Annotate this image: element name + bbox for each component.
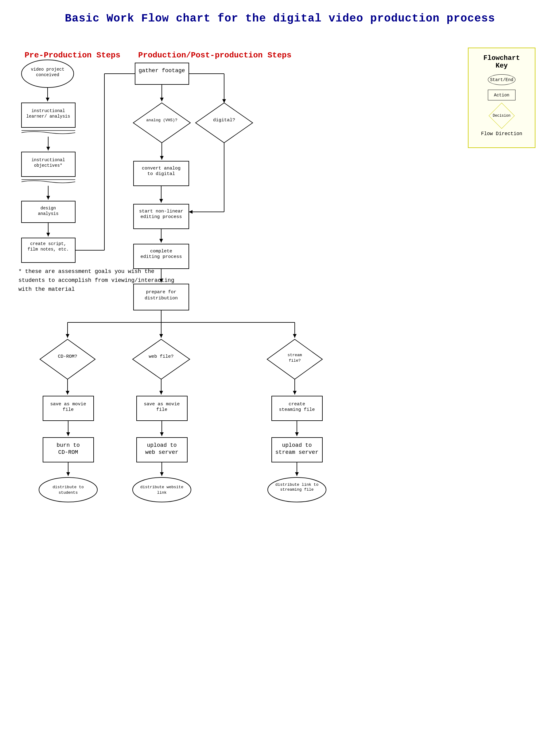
svg-text:instructional: instructional — [31, 108, 65, 113]
svg-text:editing process: editing process — [140, 254, 182, 259]
svg-marker-32 — [133, 103, 190, 143]
svg-point-116 — [133, 477, 191, 502]
flowchart-svg: video project conceived instructional le… — [0, 40, 560, 731]
svg-marker-67 — [159, 334, 163, 338]
svg-text:burn to: burn to — [56, 442, 80, 448]
svg-text:conceived: conceived — [36, 72, 59, 77]
svg-text:save as movie: save as movie — [50, 402, 86, 407]
svg-marker-38 — [222, 99, 226, 103]
page: Basic Work Flow chart for the digital vi… — [0, 0, 560, 732]
svg-text:objectives*: objectives* — [34, 163, 62, 168]
svg-text:digital?: digital? — [213, 118, 235, 123]
svg-text:distribution: distribution — [145, 296, 178, 301]
svg-text:stream server: stream server — [275, 449, 318, 455]
svg-marker-80 — [159, 391, 163, 395]
svg-text:design: design — [41, 206, 56, 211]
svg-text:distribute website: distribute website — [140, 485, 183, 489]
svg-marker-16 — [46, 196, 50, 200]
svg-text:distribute to: distribute to — [53, 485, 84, 489]
svg-marker-78 — [66, 391, 69, 395]
svg-text:analog (VHS)?: analog (VHS)? — [146, 118, 177, 123]
svg-text:save as movie: save as movie — [144, 402, 180, 407]
svg-marker-110 — [160, 472, 164, 476]
svg-text:create: create — [289, 402, 305, 407]
svg-text:create script,: create script, — [30, 241, 66, 246]
svg-text:complete: complete — [150, 249, 172, 254]
svg-text:editing process: editing process — [140, 214, 182, 220]
svg-text:start non-linear: start non-linear — [139, 209, 183, 214]
svg-text:instructional: instructional — [31, 158, 65, 162]
svg-text:web file?: web file? — [149, 354, 173, 359]
svg-text:link: link — [157, 490, 166, 495]
svg-marker-31 — [160, 98, 164, 101]
svg-marker-95 — [160, 432, 164, 436]
svg-text:web server: web server — [145, 449, 178, 455]
svg-point-113 — [39, 477, 97, 502]
svg-marker-72 — [133, 339, 190, 379]
svg-text:upload to: upload to — [147, 442, 177, 448]
svg-marker-70 — [40, 339, 95, 379]
svg-marker-69 — [293, 334, 297, 338]
svg-text:gather footage: gather footage — [138, 68, 185, 74]
svg-marker-58 — [159, 279, 163, 282]
svg-text:students: students — [59, 490, 78, 495]
svg-text:learner/ analysis: learner/ analysis — [26, 114, 70, 119]
svg-marker-4 — [46, 98, 49, 101]
svg-text:upload to: upload to — [282, 442, 312, 448]
svg-text:file: file — [63, 407, 74, 412]
svg-text:analysis: analysis — [38, 211, 58, 216]
svg-text:file: file — [156, 407, 167, 412]
svg-text:convert analog: convert analog — [142, 166, 181, 171]
main-title: Basic Work Flow chart for the digital vi… — [18, 12, 542, 25]
svg-marker-34 — [196, 103, 253, 143]
svg-text:steaming file: steaming file — [279, 407, 315, 412]
svg-marker-53 — [159, 239, 163, 243]
svg-marker-65 — [66, 334, 69, 338]
svg-marker-48 — [189, 210, 193, 214]
svg-marker-108 — [66, 472, 70, 476]
svg-marker-10 — [46, 147, 50, 150]
svg-text:streaming file: streaming file — [280, 487, 313, 492]
svg-text:CD-ROM: CD-ROM — [58, 449, 78, 455]
svg-marker-40 — [160, 156, 164, 160]
svg-text:prepare for: prepare for — [146, 290, 176, 295]
svg-marker-45 — [159, 199, 163, 203]
svg-text:stream: stream — [288, 353, 302, 357]
svg-text:to digital: to digital — [147, 171, 175, 177]
svg-marker-21 — [46, 233, 50, 236]
svg-text:distribute link to: distribute link to — [275, 482, 318, 487]
svg-marker-93 — [66, 432, 70, 436]
svg-marker-97 — [295, 432, 299, 436]
svg-text:file?: file? — [289, 358, 301, 363]
svg-text:video project: video project — [31, 67, 64, 72]
svg-text:film notes, etc.: film notes, etc. — [28, 247, 69, 252]
svg-text:CD-ROM?: CD-ROM? — [58, 354, 77, 359]
svg-rect-28 — [135, 63, 189, 84]
svg-marker-112 — [295, 472, 299, 476]
svg-marker-82 — [293, 391, 297, 395]
